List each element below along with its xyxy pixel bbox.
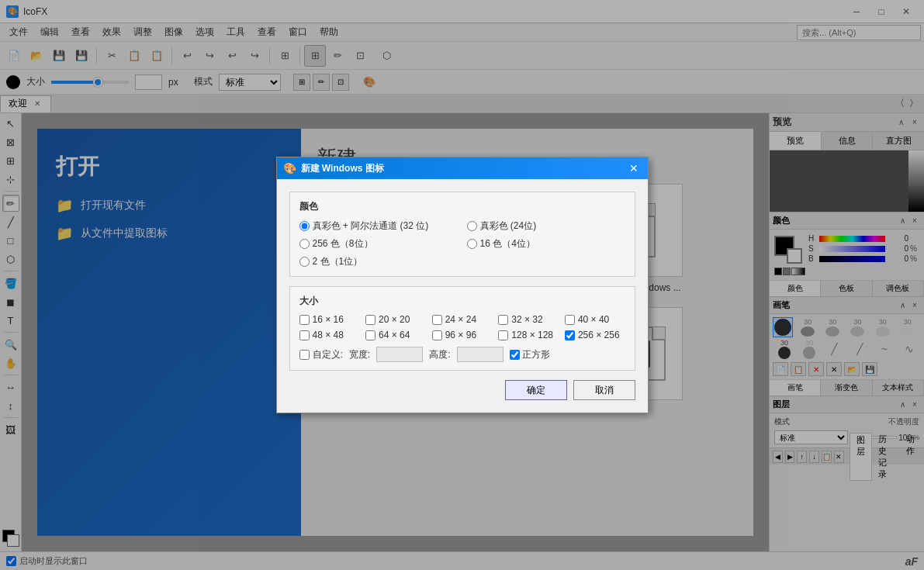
color-group-label: 颜色	[299, 200, 625, 213]
height-label: 高度:	[429, 348, 450, 361]
width-input[interactable]: 80	[376, 347, 423, 362]
size-40-input[interactable]	[565, 315, 575, 325]
size-grid: 16 × 16 20 × 20 24 × 24 32 × 32	[299, 314, 625, 340]
color-group: 颜色 真彩色 + 阿尔法通道 (32 位) 真彩色 (24位) 256 色（8位…	[289, 192, 635, 277]
dialog-body: 颜色 真彩色 + 阿尔法通道 (32 位) 真彩色 (24位) 256 色（8位…	[277, 179, 648, 413]
custom-label: 自定义:	[313, 348, 343, 361]
size-256-label: 256 × 256	[578, 330, 620, 340]
dialog-icon: 🎨	[283, 162, 296, 174]
cancel-button[interactable]: 取消	[573, 380, 635, 400]
square-label: 正方形	[522, 348, 550, 361]
size-32[interactable]: 32 × 32	[498, 314, 559, 325]
radio-c256-label: 256 色（8位）	[313, 237, 373, 250]
radio-tc24-input[interactable]	[467, 221, 477, 231]
new-windows-icon-dialog: 🎨 新建 Windows 图标 ✕ 颜色 真彩色 + 阿尔法通道 (32 位) …	[276, 157, 649, 413]
dialog-close-btn[interactable]: ✕	[626, 161, 642, 176]
dialog-buttons: 确定 取消	[289, 380, 635, 400]
radio-c16-input[interactable]	[467, 239, 477, 249]
width-label: 宽度:	[349, 348, 370, 361]
size-48-input[interactable]	[299, 330, 310, 340]
size-32-input[interactable]	[498, 315, 508, 325]
radio-c256-input[interactable]	[299, 239, 310, 249]
height-input[interactable]: 80	[457, 347, 504, 362]
radio-c2[interactable]: 2 色（1位）	[299, 255, 458, 268]
size-48-label: 48 × 48	[313, 330, 344, 340]
size-group: 大小 16 × 16 20 × 20 24 × 24	[289, 286, 635, 371]
size-20[interactable]: 20 × 20	[365, 314, 426, 325]
size-20-input[interactable]	[365, 315, 375, 325]
size-128[interactable]: 128 × 128	[498, 330, 559, 340]
size-group-label: 大小	[299, 295, 625, 308]
size-16-label: 16 × 16	[313, 314, 344, 325]
size-32-label: 32 × 32	[511, 314, 542, 325]
dialog-title: 新建 Windows 图标	[301, 162, 626, 175]
radio-tc32-input[interactable]	[299, 221, 310, 231]
radio-c16[interactable]: 16 色（4位）	[467, 237, 625, 250]
radio-tc24-label: 真彩色 (24位)	[480, 219, 537, 233]
square-checkbox-label[interactable]: 正方形	[510, 348, 550, 361]
radio-c2-input[interactable]	[299, 257, 310, 267]
radio-c16-label: 16 色（4位）	[480, 237, 535, 250]
size-256-input[interactable]	[565, 330, 575, 340]
square-checkbox[interactable]	[510, 350, 520, 360]
custom-size-row: 自定义: 宽度: 80 高度: 80 正方形	[299, 347, 625, 362]
radio-c2-label: 2 色（1位）	[313, 255, 363, 268]
size-96-label: 96 × 96	[445, 330, 476, 340]
dialog-title-bar: 🎨 新建 Windows 图标 ✕	[277, 157, 648, 179]
size-16[interactable]: 16 × 16	[299, 314, 360, 325]
radio-c256[interactable]: 256 色（8位）	[299, 237, 458, 250]
size-256[interactable]: 256 × 256	[565, 330, 625, 340]
custom-checkbox-label[interactable]: 自定义:	[299, 348, 343, 361]
size-96[interactable]: 96 × 96	[432, 330, 493, 340]
color-options: 真彩色 + 阿尔法通道 (32 位) 真彩色 (24位) 256 色（8位） 1…	[299, 219, 625, 268]
size-16-input[interactable]	[299, 315, 310, 325]
size-20-label: 20 × 20	[379, 314, 410, 325]
confirm-button[interactable]: 确定	[505, 380, 567, 400]
size-64-input[interactable]	[365, 330, 375, 340]
size-64[interactable]: 64 × 64	[365, 330, 426, 340]
size-40[interactable]: 40 × 40	[565, 314, 625, 325]
size-64-label: 64 × 64	[379, 330, 410, 340]
radio-tc32[interactable]: 真彩色 + 阿尔法通道 (32 位)	[299, 219, 458, 233]
size-128-label: 128 × 128	[511, 330, 553, 340]
size-24-input[interactable]	[432, 315, 442, 325]
size-96-input[interactable]	[432, 330, 442, 340]
dialog-overlay: 🎨 新建 Windows 图标 ✕ 颜色 真彩色 + 阿尔法通道 (32 位) …	[0, 0, 924, 570]
radio-tc32-label: 真彩色 + 阿尔法通道 (32 位)	[313, 219, 429, 233]
size-24[interactable]: 24 × 24	[432, 314, 493, 325]
size-40-label: 40 × 40	[578, 314, 609, 325]
size-128-input[interactable]	[498, 330, 508, 340]
size-48[interactable]: 48 × 48	[299, 330, 360, 340]
size-24-label: 24 × 24	[445, 314, 476, 325]
custom-size-checkbox[interactable]	[299, 350, 310, 360]
radio-tc24[interactable]: 真彩色 (24位)	[467, 219, 625, 233]
